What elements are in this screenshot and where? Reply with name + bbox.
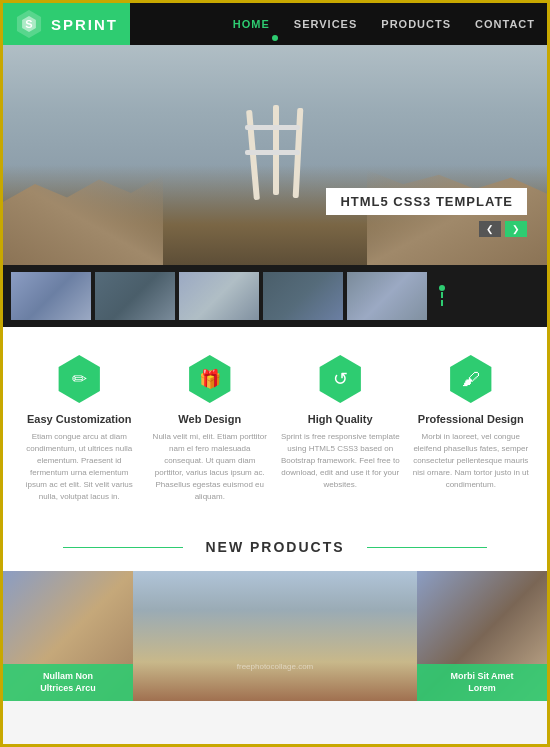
- new-products-title: NEW PRODUCTS: [205, 539, 344, 555]
- feature-professional: 🖌 Professional Design Morbi in laoreet, …: [411, 355, 531, 503]
- feature-quality-text: Sprint is free responsive template using…: [280, 431, 400, 491]
- hero-arrows: ❮ ❯: [479, 221, 527, 237]
- new-products-section: NEW PRODUCTS Nullam Non Ultrices Arcu fr…: [3, 523, 547, 701]
- feature-professional-icon: 🖌: [447, 355, 495, 403]
- nav-home[interactable]: HOME: [233, 18, 270, 30]
- product-label-1: Nullam Non Ultrices Arcu: [3, 664, 133, 701]
- nav-services[interactable]: SERVICES: [294, 18, 357, 30]
- feature-webdesign: 🎁 Web Design Nulla velit mi, elit. Etiam…: [150, 355, 270, 503]
- features-section: ✏ Easy Customization Etiam congue arcu a…: [3, 327, 547, 523]
- feature-quality-title: High Quality: [280, 413, 400, 425]
- nav-active-indicator: [272, 35, 278, 41]
- brand-hex-icon: S: [15, 10, 43, 38]
- feature-professional-title: Professional Design: [411, 413, 531, 425]
- feature-customization-title: Easy Customization: [19, 413, 139, 425]
- product-card-3[interactable]: Morbi Sit Amet Lorem: [417, 571, 547, 701]
- product-card-1[interactable]: Nullam Non Ultrices Arcu: [3, 571, 133, 701]
- hero-section: HTML5 CSS3 TEMPLATE ❮ ❯: [3, 45, 547, 265]
- products-grid: Nullam Non Ultrices Arcu freephotocollag…: [3, 571, 547, 701]
- hero-prev-arrow[interactable]: ❮: [479, 221, 501, 237]
- new-products-header: NEW PRODUCTS: [3, 539, 547, 555]
- header-line-left: [63, 547, 183, 548]
- nav-products[interactable]: PRODUCTS: [381, 18, 451, 30]
- hero-background: [3, 45, 547, 265]
- product-label-3: Morbi Sit Amet Lorem: [417, 664, 547, 701]
- feature-customization-icon: ✏: [55, 355, 103, 403]
- thumbnail-strip: [3, 265, 547, 327]
- thumbnail-2[interactable]: [95, 272, 175, 320]
- product-card-2[interactable]: freephotocollage.com: [133, 571, 417, 701]
- feature-webdesign-text: Nulla velit mi, elit. Etiam porttitor na…: [150, 431, 270, 503]
- hero-chair: [235, 100, 315, 200]
- watermark: freephotocollage.com: [237, 662, 314, 671]
- hero-grass-right: [367, 170, 547, 265]
- brand-name: SPRINT: [51, 16, 118, 33]
- nav-contact[interactable]: CONTACT: [475, 18, 535, 30]
- feature-quality-icon: ↺: [316, 355, 364, 403]
- feature-webdesign-title: Web Design: [150, 413, 270, 425]
- feature-webdesign-icon: 🎁: [186, 355, 234, 403]
- brand-initial: S: [25, 18, 32, 30]
- feature-customization-text: Etiam congue arcu at diam condimentum, u…: [19, 431, 139, 503]
- feature-professional-text: Morbi in laoreet, vel congue eleifend ph…: [411, 431, 531, 491]
- nav-links: HOME SERVICES PRODUCTS CONTACT: [233, 18, 535, 30]
- thumbnail-1[interactable]: [11, 272, 91, 320]
- feature-quality: ↺ High Quality Sprint is free responsive…: [280, 355, 400, 503]
- brand-block: S SPRINT: [3, 3, 130, 45]
- header-line-right: [367, 547, 487, 548]
- feature-customization: ✏ Easy Customization Etiam congue arcu a…: [19, 355, 139, 503]
- indicator-line-2: [441, 300, 443, 306]
- indicator-line: [441, 292, 443, 298]
- brand-hex-inner: S: [21, 16, 37, 32]
- navbar: S SPRINT HOME SERVICES PRODUCTS CONTACT: [3, 3, 547, 45]
- indicator-dot: [439, 285, 445, 291]
- hero-label: HTML5 CSS3 TEMPLATE: [326, 188, 527, 215]
- thumbnail-3[interactable]: [179, 272, 259, 320]
- thumb-indicator: [439, 285, 445, 307]
- thumbnail-5[interactable]: [347, 272, 427, 320]
- hero-next-arrow[interactable]: ❯: [505, 221, 527, 237]
- thumbnail-4[interactable]: [263, 272, 343, 320]
- hero-grass-left: [3, 175, 163, 265]
